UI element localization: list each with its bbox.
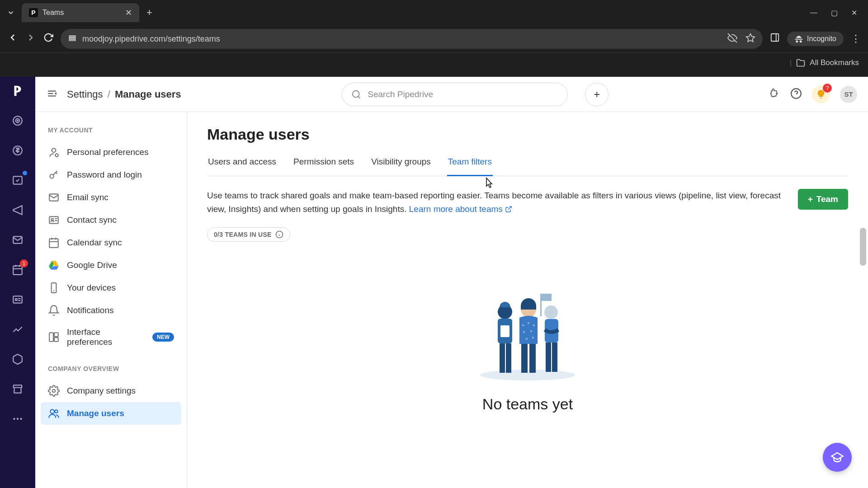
browser-menu-icon[interactable]: ⋮ xyxy=(851,33,861,45)
rail-item-focus[interactable] xyxy=(9,112,26,129)
svg-point-49 xyxy=(55,410,58,413)
new-badge: NEW xyxy=(152,333,174,342)
rail-item-projects[interactable] xyxy=(9,172,26,189)
sidebar-item-devices[interactable]: Your devices xyxy=(41,277,181,299)
svg-rect-56 xyxy=(542,294,552,301)
app-body: MY ACCOUNT Personal preferences Password… xyxy=(35,112,868,488)
rail-item-marketplace[interactable] xyxy=(9,380,26,398)
empty-illustration xyxy=(478,287,577,382)
side-panel-icon[interactable] xyxy=(770,33,780,45)
tab-users-access[interactable]: Users and access xyxy=(207,152,277,176)
incognito-indicator[interactable]: Incognito xyxy=(787,32,844,46)
envelope-icon xyxy=(48,192,60,203)
tab-search-dropdown[interactable] xyxy=(4,5,18,20)
pipedrive-logo[interactable] xyxy=(9,82,26,99)
tab-close-icon[interactable]: ✕ xyxy=(125,8,132,18)
nav-rail: 1 xyxy=(0,77,35,488)
sidebar-item-password[interactable]: Password and login xyxy=(41,164,181,186)
scrollbar[interactable] xyxy=(860,228,866,488)
maximize-icon[interactable]: ▢ xyxy=(831,9,838,17)
site-info-icon[interactable] xyxy=(68,33,77,44)
rail-item-campaigns[interactable] xyxy=(9,202,26,219)
svg-point-47 xyxy=(52,389,56,393)
sidebar-item-google-drive[interactable]: Google Drive xyxy=(41,254,181,277)
sidebar-item-label: Google Drive xyxy=(67,260,174,270)
sidebar-item-email-sync[interactable]: Email sync xyxy=(41,186,181,209)
phone-icon xyxy=(48,282,60,294)
tab-favicon: P xyxy=(29,8,38,17)
svg-marker-4 xyxy=(746,34,755,42)
sidebar-toggle-icon[interactable] xyxy=(46,88,58,101)
sidebar-heading-company: COMPANY OVERVIEW xyxy=(41,361,181,380)
sidebar-item-company-settings[interactable]: Company settings xyxy=(41,380,181,402)
sidebar-item-manage-users[interactable]: Manage users xyxy=(41,402,181,425)
svg-point-48 xyxy=(50,409,54,413)
search-icon xyxy=(351,89,361,99)
svg-point-20 xyxy=(17,418,19,420)
browser-tab[interactable]: P Teams ✕ xyxy=(22,3,139,22)
empty-state: No teams yet xyxy=(207,287,848,413)
rail-item-activities[interactable]: 1 xyxy=(9,261,26,278)
browser-chrome: P Teams ✕ + — ▢ ✕ moodjoy.pipedrive.com/… xyxy=(0,0,868,77)
plus-icon: + xyxy=(808,194,813,204)
info-icon[interactable] xyxy=(275,230,283,239)
close-window-icon[interactable]: ✕ xyxy=(851,9,857,17)
sidebar-item-calendar-sync[interactable]: Calendar sync xyxy=(41,231,181,254)
rail-item-contacts[interactable] xyxy=(9,291,26,308)
svg-rect-46 xyxy=(54,338,58,342)
svg-line-50 xyxy=(508,206,511,210)
breadcrumb: Settings / Manage users xyxy=(67,89,181,100)
tab-team-filters[interactable]: Team filters xyxy=(447,152,493,176)
bookmark-star-icon[interactable] xyxy=(745,33,755,45)
teams-usage-pill: 0/3 TEAMS IN USE xyxy=(207,227,290,242)
svg-point-25 xyxy=(353,90,359,97)
sidebar-item-contact-sync[interactable]: Contact sync xyxy=(41,209,181,231)
new-tab-button[interactable]: + xyxy=(146,7,152,19)
address-bar[interactable]: moodjoy.pipedrive.com/settings/teams xyxy=(61,29,763,49)
rail-item-mail[interactable] xyxy=(9,231,26,249)
privacy-eye-icon[interactable] xyxy=(727,33,737,45)
reload-button[interactable] xyxy=(43,33,53,45)
rail-item-deals[interactable] xyxy=(9,142,26,159)
sidebar-item-label: Interface preferences xyxy=(67,327,145,347)
extensions-icon[interactable] xyxy=(769,88,780,101)
knowledge-fab[interactable] xyxy=(823,443,852,472)
learn-more-link[interactable]: Learn more about teams xyxy=(409,204,512,214)
app-header: Settings / Manage users Search Pipedrive… xyxy=(35,77,868,112)
svg-point-66 xyxy=(523,331,525,333)
description: Use teams to track shared goals and make… xyxy=(207,189,784,216)
sidebar-item-label: Contact sync xyxy=(67,215,174,225)
rail-item-more[interactable] xyxy=(9,410,26,427)
scrollbar-thumb[interactable] xyxy=(860,228,866,266)
svg-rect-59 xyxy=(500,325,509,337)
tab-title: Teams xyxy=(42,9,121,17)
svg-rect-5 xyxy=(771,34,779,42)
rail-badge: 1 xyxy=(20,259,28,267)
rail-item-products[interactable] xyxy=(9,351,26,368)
all-bookmarks-link[interactable]: All Bookmarks xyxy=(810,58,859,67)
search-input[interactable]: Search Pipedrive xyxy=(342,83,568,106)
breadcrumb-root[interactable]: Settings xyxy=(67,89,103,100)
quick-add-button[interactable]: + xyxy=(585,83,609,106)
svg-point-18 xyxy=(15,299,17,300)
sidebar-item-label: Your devices xyxy=(67,283,174,293)
sidebar-item-personal-preferences[interactable]: Personal preferences xyxy=(41,141,181,164)
sidebar-item-label: Calendar sync xyxy=(67,238,174,248)
tab-visibility-groups[interactable]: Visibility groups xyxy=(370,152,432,176)
tab-permission-sets[interactable]: Permission sets xyxy=(292,152,355,176)
rail-item-insights[interactable] xyxy=(9,321,26,338)
svg-rect-74 xyxy=(546,343,551,372)
svg-rect-1 xyxy=(69,38,75,39)
help-icon[interactable] xyxy=(790,88,802,101)
svg-rect-60 xyxy=(500,343,505,373)
tabs: Users and access Permission sets Visibil… xyxy=(207,152,848,176)
sidebar-item-interface-preferences[interactable]: Interface preferences NEW xyxy=(41,322,181,352)
user-avatar[interactable]: ST xyxy=(840,86,857,103)
minimize-icon[interactable]: — xyxy=(810,9,817,17)
folder-icon xyxy=(796,58,805,67)
sales-assistant-button[interactable]: ? xyxy=(812,85,830,103)
svg-rect-70 xyxy=(521,344,528,373)
back-button[interactable] xyxy=(7,32,18,46)
sidebar-item-notifications[interactable]: Notifications xyxy=(41,299,181,322)
add-team-button[interactable]: + Team xyxy=(798,189,848,210)
